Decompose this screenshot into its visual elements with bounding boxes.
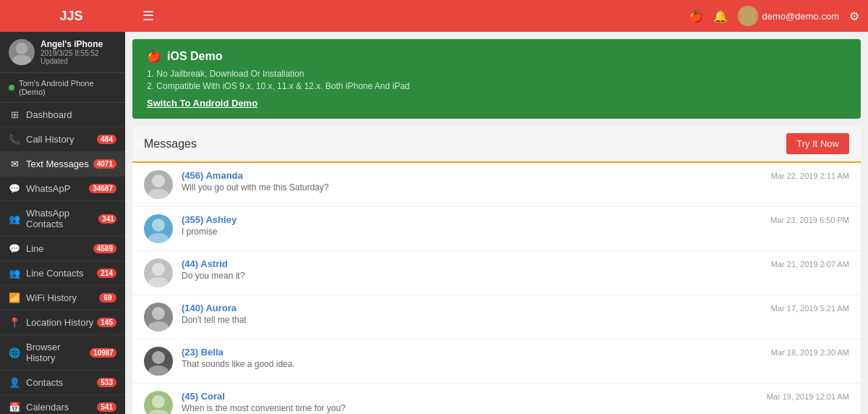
message-body: (140) AuroraDon't tell me that [182, 303, 762, 325]
line-icon: 💬 [9, 243, 20, 254]
sidebar-item-left: 🌐Browser History [9, 342, 90, 363]
message-item[interactable]: (45) CoralWhen is the most convenient ti… [132, 384, 861, 414]
sidebar-label: Contacts [26, 377, 63, 388]
logo: JJS [9, 9, 134, 24]
message-name: (140) Aurora [182, 303, 762, 313]
android-device-label: Tom's Android Phone (Demo) [19, 79, 116, 96]
message-name: (45) Coral [182, 391, 758, 402]
sidebar-badge: 341 [98, 214, 116, 224]
sidebar-badge: 484 [97, 135, 116, 144]
sidebar-label: Calendars [26, 402, 69, 413]
sidebar-item-left: 📞Call History [9, 134, 74, 145]
sidebar-item-dashboard[interactable]: ⊞Dashboard [0, 103, 125, 127]
message-name: (44) Astrid [182, 258, 762, 269]
sidebar-label: Location History [26, 317, 93, 328]
content-area: 🍎 iOS Demo 1. No Jailbreak, Download Or … [125, 32, 868, 414]
sidebar-item-contacts[interactable]: 👤Contacts533 [0, 371, 125, 395]
sidebar-label: Browser History [26, 342, 90, 363]
svg-point-1 [741, 19, 755, 26]
share-icon[interactable]: ⚙ [849, 9, 859, 23]
message-list: (456) AmandaWill you go out with me this… [132, 163, 861, 414]
svg-point-14 [152, 395, 165, 408]
message-body: (45) CoralWhen is the most convenient ti… [182, 391, 758, 413]
svg-point-0 [744, 9, 752, 17]
user-email: demo@demo.com [762, 11, 839, 22]
message-item[interactable]: (44) AstridDo you mean it?Mar 21, 2019 2… [132, 251, 861, 295]
message-name: (355) Ashley [182, 214, 762, 225]
sidebar-badge: 34687 [89, 184, 116, 193]
messages-title: Messages [144, 138, 197, 151]
call-history-icon: 📞 [9, 134, 20, 145]
sidebar-badge: 214 [97, 269, 116, 278]
ios-banner-title: 🍎 iOS Demo [147, 49, 846, 63]
message-date: Mar 19, 2019 12:01 AM [767, 392, 849, 401]
message-item[interactable]: (23) BellaThat sounds like a good idea.M… [132, 339, 861, 384]
sidebar-item-left: 📶WiFi History [9, 292, 77, 303]
ios-banner-heading: iOS Demo [167, 50, 222, 63]
apple-icon: 🍎 [689, 9, 703, 23]
header-right: 🍎 🔔 demo@demo.com ⚙ [689, 6, 859, 26]
sidebar-item-line-contacts[interactable]: 👥Line Contacts214 [0, 261, 125, 286]
sidebar-item-left: 👤Contacts [9, 377, 63, 388]
message-preview: That sounds like a good idea. [182, 359, 762, 369]
ios-banner: 🍎 iOS Demo 1. No Jailbreak, Download Or … [132, 39, 861, 119]
sidebar-label: WhatsApP [26, 183, 70, 194]
sidebar-item-whatsapp[interactable]: 💬WhatsApP34687 [0, 177, 125, 201]
sidebar-item-left: 💬Line [9, 243, 44, 254]
svg-point-15 [148, 410, 169, 414]
try-it-button[interactable]: Try It Now [786, 133, 849, 154]
svg-point-12 [152, 351, 165, 364]
sidebar-item-browser-history[interactable]: 🌐Browser History10987 [0, 335, 125, 371]
svg-point-5 [148, 189, 169, 199]
sidebar-label: Text Messages [26, 159, 89, 169]
svg-point-3 [12, 55, 31, 65]
ios-banner-line2: 2. Compatible With iOS 9.x, 10.x, 11.x &… [147, 81, 846, 91]
apple-logo-icon: 🍎 [147, 49, 161, 63]
sidebar-label: Call History [26, 134, 74, 145]
sidebar-badge: 4071 [93, 159, 116, 169]
messages-header: Messages Try It Now [132, 126, 861, 163]
sidebar-item-calendars[interactable]: 📅Calendars541 [0, 395, 125, 414]
message-preview: I promise [182, 227, 762, 237]
sidebar-item-text-messages[interactable]: ✉Text Messages4071 [0, 152, 125, 177]
message-date: Mar 22, 2019 2:11 AM [771, 172, 849, 180]
sidebar-badge: 541 [97, 402, 116, 412]
svg-point-8 [152, 263, 165, 276]
green-dot-icon [9, 85, 14, 90]
sidebar-label: WhatsApp Contacts [26, 208, 98, 229]
sidebar-item-left: 👥WhatsApp Contacts [9, 208, 98, 229]
messages-section: Messages Try It Now (456) AmandaWill you… [132, 126, 861, 414]
message-preview: Will you go out with me this Saturday? [182, 182, 762, 193]
profile-avatar [9, 39, 35, 65]
switch-android-link[interactable]: Switch To Android Demo [147, 98, 258, 109]
sidebar-label: WiFi History [26, 292, 77, 303]
message-avatar [144, 258, 173, 287]
sidebar-badge: 145 [97, 318, 116, 327]
svg-point-11 [148, 321, 169, 331]
sidebar-item-left: ⊞Dashboard [9, 109, 72, 120]
svg-point-6 [152, 219, 165, 232]
sidebar-profile: Angel's iPhone 2019/3/25 8:55:52 Updated [0, 32, 125, 73]
message-item[interactable]: (140) AuroraDon't tell me thatMar 17, 20… [132, 295, 861, 339]
message-name: (456) Amanda [182, 170, 762, 181]
message-avatar [144, 391, 173, 414]
svg-point-2 [16, 43, 27, 54]
profile-name: Angel's iPhone [41, 39, 116, 49]
message-avatar [144, 170, 173, 199]
sidebar-item-wifi-history[interactable]: 📶WiFi History69 [0, 286, 125, 310]
message-preview: Don't tell me that [182, 315, 762, 325]
user-info[interactable]: demo@demo.com [738, 6, 839, 26]
main-layout: Angel's iPhone 2019/3/25 8:55:52 Updated… [0, 32, 868, 414]
sidebar-item-whatsapp-contacts[interactable]: 👥WhatsApp Contacts341 [0, 201, 125, 237]
whatsapp-contacts-icon: 👥 [9, 214, 20, 224]
android-device[interactable]: Tom's Android Phone (Demo) [0, 73, 125, 103]
hamburger-icon[interactable]: ☰ [142, 8, 154, 24]
sidebar-item-call-history[interactable]: 📞Call History484 [0, 127, 125, 152]
sidebar-item-line[interactable]: 💬Line4589 [0, 237, 125, 261]
message-item[interactable]: (456) AmandaWill you go out with me this… [132, 163, 861, 207]
line-contacts-icon: 👥 [9, 268, 20, 279]
sidebar-item-location-history[interactable]: 📍Location History145 [0, 310, 125, 335]
message-item[interactable]: (355) AshleyI promiseMar 23, 2019 6:50 P… [132, 207, 861, 251]
sidebar-label: Dashboard [26, 109, 72, 120]
notification-icon[interactable]: 🔔 [713, 9, 728, 23]
